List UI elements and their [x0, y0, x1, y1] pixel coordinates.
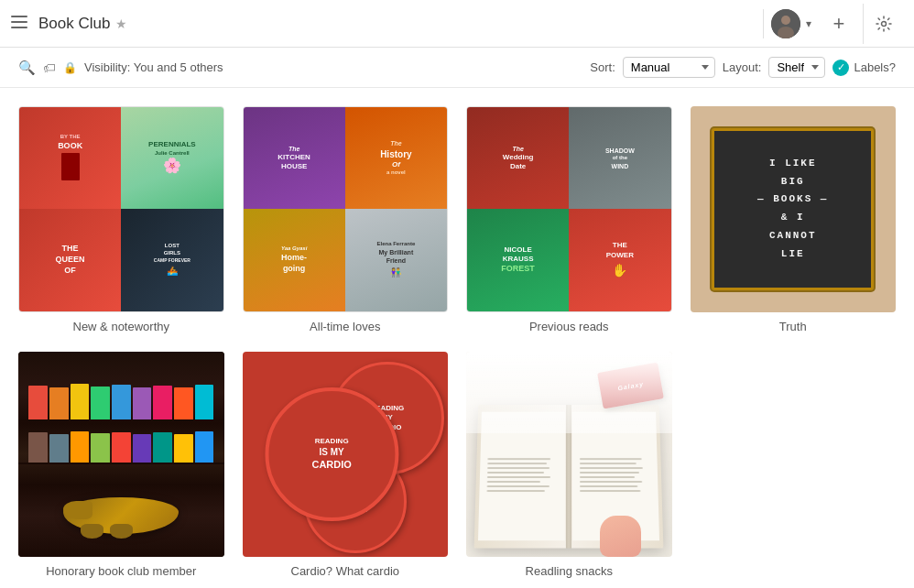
- shelf-cover-all-time-loves: The KITCHEN HOUSE The History Of: [243, 106, 449, 312]
- lock-icon: 🔒: [63, 61, 77, 74]
- avatar-chevron-icon[interactable]: ▾: [802, 17, 815, 30]
- page-title: Book Club ★: [38, 15, 752, 33]
- main-content: BY THE BOOK PERENNIALS Julie Cantrell: [0, 88, 914, 588]
- labels-toggle[interactable]: ✓ Labels?: [832, 60, 896, 76]
- book-cover-cell: The KITCHEN HOUSE: [244, 107, 345, 209]
- svg-rect-2: [11, 27, 27, 28]
- shelf-item-readling-snacks[interactable]: Galaxy Readling snacks: [466, 352, 672, 579]
- shelf-item-cardio[interactable]: READING IS MY CARDIO READING MY CARDIO: [243, 352, 449, 579]
- layout-select[interactable]: Shelf Grid List: [768, 57, 825, 78]
- shelf-cover-new-noteworthy: BY THE BOOK PERENNIALS Julie Cantrell: [18, 106, 224, 312]
- shelf-cover-cardio: READING IS MY CARDIO READING MY CARDIO: [243, 352, 449, 558]
- labels-label: Labels?: [854, 60, 896, 74]
- title-text: Book Club: [38, 15, 110, 33]
- shelf-cover-readling-snacks: Galaxy: [466, 352, 672, 558]
- tag-icon[interactable]: 🏷: [43, 60, 56, 75]
- svg-point-4: [781, 16, 790, 25]
- shelf-grid: BY THE BOOK PERENNIALS Julie Cantrell: [18, 106, 896, 578]
- toolbar: 🔍 🏷 🔒 Visibility: You and 5 others Sort:…: [0, 48, 914, 88]
- book-cover-cell: SHADOW of the WIND: [569, 107, 670, 209]
- book-cover-cell: The History Of a novel: [345, 107, 447, 209]
- shelf-label-new-noteworthy: New & noteworthy: [73, 320, 170, 333]
- star-icon[interactable]: ★: [115, 16, 127, 31]
- book-cover-cell: NICOLE KRAUSS FOREST: [467, 209, 569, 310]
- menu-icon[interactable]: [11, 16, 27, 32]
- layout-label: Layout:: [723, 60, 762, 74]
- labels-check-icon: ✓: [832, 60, 849, 76]
- sort-select[interactable]: Manual Title Author Date Added: [623, 57, 715, 78]
- shelf-label-readling-snacks: Readling snacks: [526, 564, 613, 578]
- shelf-label-cardio: Cardio? What cardio: [291, 564, 400, 578]
- book-cover-cell: LOST GIRLS CAMP FOREVER 🚣: [121, 209, 223, 310]
- search-icon[interactable]: 🔍: [18, 60, 36, 76]
- shelf-item-all-time-loves[interactable]: The KITCHEN HOUSE The History Of: [243, 106, 449, 333]
- shelf-item-previous-reads[interactable]: The Wedding Date SHADOW of the WIND: [466, 106, 672, 333]
- book-cover-cell: Elena Ferrante My Brilliant Friend 👫: [345, 209, 447, 310]
- shelf-cover-previous-reads: The Wedding Date SHADOW of the WIND: [466, 106, 672, 312]
- visibility-text: Visibility: You and 5 others: [84, 60, 223, 74]
- shelf-cover-honorary: [18, 352, 224, 558]
- svg-rect-1: [11, 21, 27, 23]
- shelf-label-truth: Truth: [779, 320, 807, 333]
- shelf-label-honorary: Honorary book club member: [46, 564, 196, 578]
- add-button[interactable]: +: [819, 4, 859, 44]
- toolbar-right: Sort: Manual Title Author Date Added Lay…: [590, 57, 896, 78]
- shelf-item-truth[interactable]: I LIKE BIG — BOOKS — & I CANNOT LIE Trut…: [691, 106, 897, 333]
- header: Book Club ★ ▾ +: [0, 0, 914, 48]
- book-cover-cell: Yaa Gyasi Home- going: [244, 209, 345, 310]
- shelf-item-honorary[interactable]: Honorary book club member: [18, 352, 224, 579]
- sort-label: Sort:: [590, 60, 615, 74]
- settings-button[interactable]: [863, 4, 903, 44]
- shelf-label-previous-reads: Previous reads: [529, 320, 609, 333]
- svg-point-6: [881, 21, 886, 26]
- header-actions: ▾ +: [763, 4, 903, 44]
- shelf-label-all-time-loves: All-time loves: [310, 320, 380, 333]
- shelf-item-new-noteworthy[interactable]: BY THE BOOK PERENNIALS Julie Cantrell: [18, 106, 224, 333]
- toolbar-left: 🔍 🏷 🔒 Visibility: You and 5 others: [18, 60, 581, 76]
- book-cover-cell: THE QUEEN OF: [19, 209, 121, 310]
- book-cover-cell: The Wedding Date: [467, 107, 569, 209]
- shelf-cover-truth: I LIKE BIG — BOOKS — & I CANNOT LIE: [691, 106, 897, 312]
- book-cover-cell: PERENNIALS Julie Cantrell 🌸: [121, 107, 223, 209]
- svg-rect-0: [11, 16, 27, 17]
- book-cover-cell: BY THE BOOK: [19, 107, 121, 209]
- book-cover-cell: THE POWER ✋: [569, 209, 670, 310]
- avatar[interactable]: [771, 9, 800, 38]
